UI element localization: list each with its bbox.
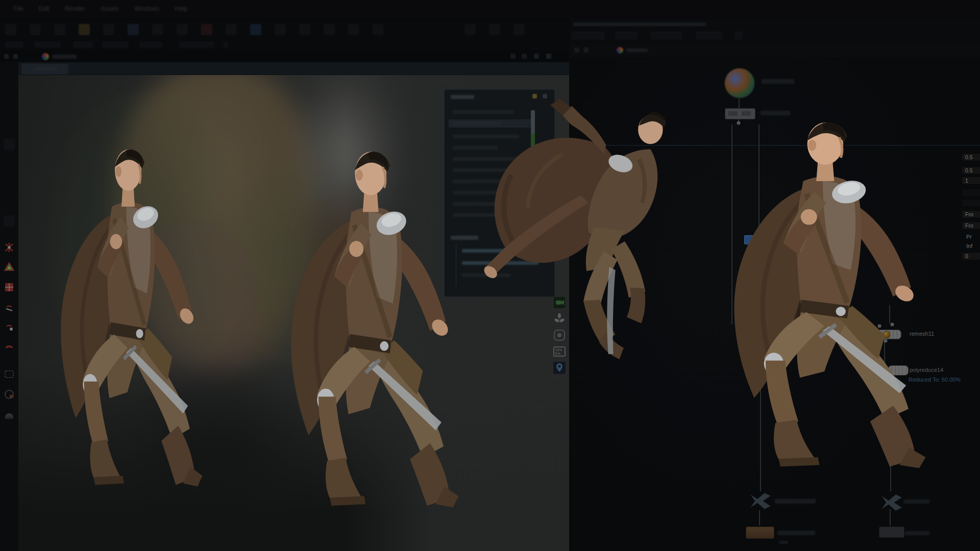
node-chip[interactable] (879, 527, 904, 538)
character-model-a[interactable] (36, 128, 217, 523)
node-label-blob (762, 79, 794, 84)
param-value[interactable] (962, 199, 980, 207)
param-dropdown[interactable]: Fro (962, 210, 980, 218)
node-flag-blob (779, 541, 788, 544)
param-value[interactable]: 0.5 (962, 153, 980, 161)
param-label-partial: Inf (966, 243, 972, 249)
houdini-window: File Edit Render Assets Windows Help (0, 0, 980, 551)
param-dropdown[interactable]: Fro (962, 221, 980, 230)
character-model-d[interactable] (700, 100, 945, 506)
param-value[interactable]: 0.5 (962, 166, 980, 174)
output-node[interactable] (746, 527, 774, 539)
node-label-blob (777, 531, 815, 535)
node-label-blob (905, 531, 929, 535)
param-value[interactable]: 0 (962, 252, 980, 260)
geometry-sphere-node[interactable] (724, 68, 755, 98)
param-value[interactable]: 1 (962, 177, 980, 185)
character-model-c[interactable] (434, 98, 681, 369)
param-value[interactable] (962, 189, 980, 197)
param-label-partial: Pr (966, 234, 972, 240)
